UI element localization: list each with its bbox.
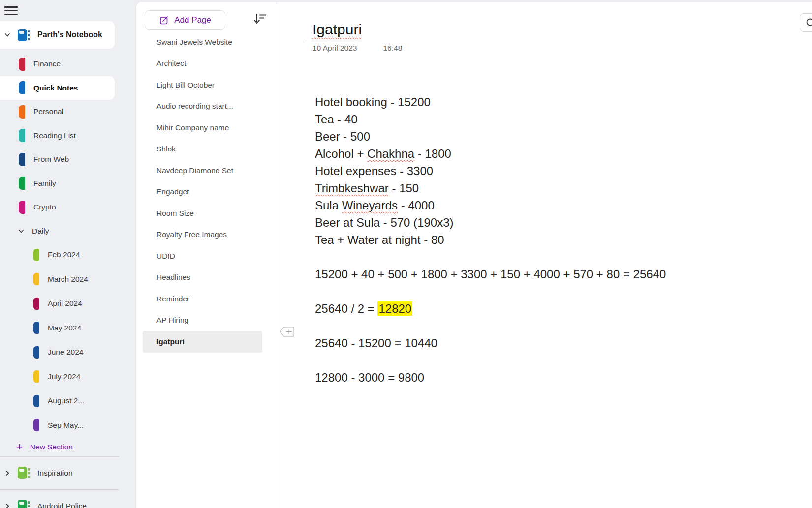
sort-pages-button[interactable] [251, 11, 267, 27]
sidebar-group-label: Daily [32, 227, 49, 236]
page-title-label: Mihir Company name [156, 123, 229, 132]
chevron-right-icon[interactable] [4, 470, 11, 477]
sidebar-section-finance[interactable]: Finance [0, 52, 136, 76]
page-title[interactable]: Igatpuri [312, 21, 362, 38]
sidebar-section-from-web[interactable]: From Web [0, 148, 136, 172]
insert-paragraph-handle[interactable] [279, 326, 295, 339]
sidebar-subsection-april-2024[interactable]: April 2024 [0, 292, 136, 316]
section-color-tab-icon [19, 58, 25, 71]
chevron-right-icon[interactable] [4, 503, 11, 508]
sidebar-subsection-sep-may[interactable]: Sep May... [0, 413, 136, 438]
section-color-tab-icon [33, 273, 39, 285]
note-line: 25640 / 2 = 12820 [315, 300, 666, 317]
search-button[interactable] [800, 13, 812, 32]
note-date: 10 April 2023 [312, 43, 357, 53]
note-body[interactable]: Hotel booking - 15200Tea - 40Beer - 500A… [315, 93, 666, 386]
note-text: Beer - 500 [315, 130, 370, 143]
notebook-header[interactable]: Parth's Notebook [0, 21, 115, 49]
page-list-item-audio-recording-start[interactable]: Audio recording start... [143, 96, 262, 118]
section-label: Family [33, 179, 56, 188]
page-list-item-room-size[interactable]: Room Size [143, 203, 262, 224]
section-label: July 2024 [48, 372, 80, 381]
sidebar-subsection-march-2024[interactable]: March 2024 [0, 267, 136, 292]
note-line: Hotel expenses - 3300 [315, 162, 666, 179]
note-text: - 1800 [414, 147, 451, 160]
note-text: Beer at Sula - 570 (190x3) [315, 216, 454, 229]
sidebar-group-daily[interactable]: Daily [0, 219, 136, 243]
note-line: 25640 - 15200 = 10440 [315, 334, 666, 352]
page-title-label: Light Bill October [156, 81, 215, 90]
notebook-label: Android Police [37, 502, 87, 508]
add-page-label: Add Page [174, 15, 211, 25]
page-list-item-royalty-free-images[interactable]: Royalty Free Images [143, 224, 262, 246]
sidebar-section-family[interactable]: Family [0, 172, 136, 196]
sidebar-section-crypto[interactable]: Crypto [0, 195, 136, 219]
note-text: 15200 + 40 + 500 + 1800 + 3300 + 150 + 4… [315, 268, 666, 281]
page-list-item-swani-jewels-website[interactable]: Swani Jewels Website [143, 31, 262, 53]
page-list-item-reminder[interactable]: Reminder [143, 288, 262, 310]
new-section-button[interactable]: + New Section [0, 438, 136, 456]
page-list-item-udid[interactable]: UDID [143, 245, 262, 267]
page-title-label: Swani Jewels Website [156, 38, 232, 47]
sidebar-notebook-inspiration[interactable]: Inspiration [0, 457, 136, 489]
sidebar-section-personal[interactable]: Personal [0, 100, 136, 124]
section-label: June 2024 [48, 348, 83, 357]
hamburger-menu-button[interactable] [4, 6, 18, 15]
page-list-item-headlines[interactable]: Headlines [143, 267, 262, 289]
note-text: Alcohol + [315, 147, 367, 160]
plus-icon: + [16, 442, 23, 452]
section-color-tab-icon [19, 177, 25, 190]
sidebar-section-quick-notes[interactable]: Quick Notes [0, 76, 115, 100]
sidebar-subsection-feb-2024[interactable]: Feb 2024 [0, 243, 136, 268]
note-canvas[interactable]: Igatpuri 10 April 2023 16:48 Hotel booki… [277, 2, 812, 508]
chevron-down-icon[interactable] [4, 31, 11, 38]
page-list-item-navdeep-diamond-set[interactable]: Navdeep Diamond Set [143, 160, 262, 181]
note-meta: 10 April 2023 16:48 [312, 43, 402, 53]
note-line [315, 248, 666, 266]
sidebar-subsection-august-2[interactable]: August 2... [0, 389, 136, 414]
note-text: Chakhna [367, 147, 414, 160]
note-text: Trimbkeshwar [315, 181, 389, 195]
sidebar-subsection-july-2024[interactable]: July 2024 [0, 364, 136, 389]
note-line: Hotel booking - 15200 [315, 93, 666, 111]
highlighted-text: 12820 [377, 301, 412, 316]
add-page-button[interactable]: Add Page [145, 10, 225, 30]
sidebar-section-reading-list[interactable]: Reading List [0, 124, 136, 148]
section-label: April 2024 [48, 299, 82, 308]
section-color-tab-icon [33, 395, 39, 407]
notebook-list: Inspiration Android Police [0, 457, 136, 508]
page-list-item-ap-hiring[interactable]: AP Hiring [143, 310, 262, 331]
note-line: 12800 - 3000 = 9800 [315, 369, 666, 386]
section-label: Feb 2024 [48, 250, 80, 259]
sidebar-notebook-android-police[interactable]: Android Police [0, 490, 136, 508]
sort-descending-icon [251, 11, 267, 27]
note-text: Tea - 40 [315, 113, 358, 126]
compose-icon [159, 15, 169, 25]
section-color-tab-icon [33, 419, 39, 431]
notebook-icon [17, 466, 31, 479]
page-list-item-engadget[interactable]: Engadget [143, 181, 262, 203]
section-label: Sep May... [48, 421, 84, 430]
insert-paragraph-plus-icon [279, 326, 295, 337]
note-text: 12800 - 3000 = 9800 [315, 371, 424, 384]
magnifier-icon [806, 18, 812, 28]
notebook-label: Inspiration [37, 469, 73, 478]
note-text: 25640 - 15200 = 10440 [315, 336, 437, 350]
page-list-item-light-bill-october[interactable]: Light Bill October [143, 74, 262, 96]
page-list-item-mihir-company-name[interactable]: Mihir Company name [143, 117, 262, 139]
note-line: Alcohol + Chakhna - 1800 [315, 145, 666, 162]
sidebar-subsection-may-2024[interactable]: May 2024 [0, 316, 136, 340]
page-list-item-architect[interactable]: Architect [143, 53, 262, 75]
page-list-item-igatpuri[interactable]: Igatpuri [143, 331, 262, 353]
page-list-item-shlok[interactable]: Shlok [143, 139, 262, 160]
section-color-tab-icon [33, 322, 39, 334]
section-color-tab-icon [19, 81, 25, 94]
sidebar-subsection-june-2024[interactable]: June 2024 [0, 340, 136, 365]
note-text: Hotel booking - 15200 [315, 95, 431, 109]
note-text: Tea + Water at night - 80 [315, 233, 444, 246]
chevron-down-icon[interactable] [18, 228, 25, 235]
page-title-label: Shlok [156, 145, 176, 153]
section-color-tab-icon [19, 129, 25, 142]
note-line: Beer at Sula - 570 (190x3) [315, 214, 666, 231]
note-line: Tea - 40 [315, 111, 666, 128]
